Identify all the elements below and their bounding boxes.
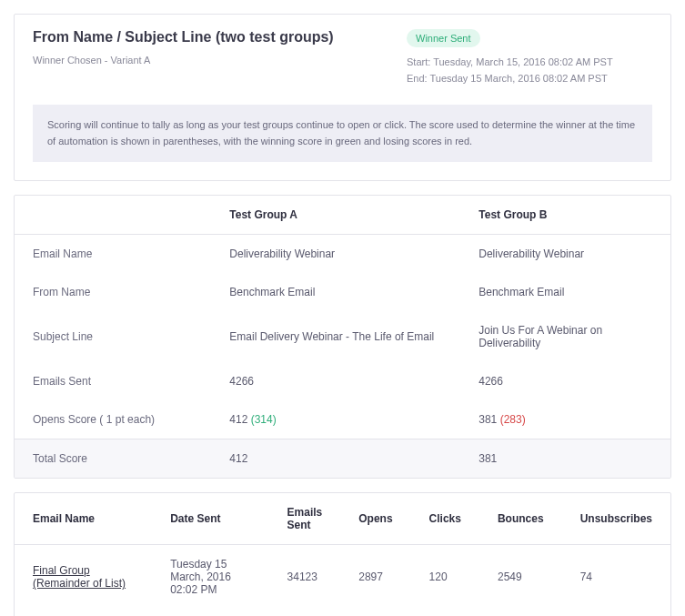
detail-name-cell: Final Group (Remainder of List): [15, 545, 152, 610]
detail-bounces: 310: [479, 609, 562, 616]
table-row: Emails Sent 4266 4266: [15, 362, 670, 400]
email-name-a: Deliverability Webinar: [211, 235, 460, 274]
row-label: Total Score: [15, 439, 211, 479]
detail-card: Email Name Date Sent Emails Sent Opens C…: [14, 492, 671, 616]
subject-line-a: Email Delivery Webinar - The Life of Ema…: [211, 311, 460, 362]
page-title: From Name / Subject Line (two test group…: [33, 29, 407, 45]
total-score-b: 381: [460, 439, 670, 479]
col-clicks: Clicks: [411, 493, 479, 545]
opens-score-b-paren: (283): [500, 413, 526, 426]
emails-sent-a: 4266: [211, 362, 460, 400]
detail-header-row: Email Name Date Sent Emails Sent Opens C…: [15, 493, 670, 545]
winner-chosen-text: Winner Chosen - Variant A: [33, 53, 407, 69]
compare-header-group-a: Test Group A: [211, 196, 460, 235]
opens-score-a-paren: (314): [251, 413, 277, 426]
col-bounces: Bounces: [479, 493, 562, 545]
from-name-a: Benchmark Email: [211, 273, 460, 311]
emails-sent-b: 4266: [460, 362, 670, 400]
detail-clicks: 120: [411, 545, 479, 610]
final-group-link[interactable]: Final Group (Remainder of List): [33, 564, 126, 590]
compare-table: Test Group A Test Group B Email Name Del…: [15, 196, 670, 478]
detail-clicks: 25: [411, 609, 479, 616]
summary-header-right: Winner Sent Start: Tuesday, March 15, 20…: [407, 29, 652, 86]
row-label: Emails Sent: [15, 362, 211, 400]
table-row: Subject Line Email Delivery Webinar - Th…: [15, 311, 670, 362]
table-row: Final Group (Remainder of List) Tuesday …: [15, 545, 670, 610]
detail-date: Tuesday 15 March, 2016 08:02 AM: [152, 609, 268, 616]
subject-line-b: Join Us For A Webinar on Deliverability: [460, 311, 670, 362]
email-name-b: Deliverability Webinar: [460, 235, 670, 274]
detail-bounces: 2549: [479, 545, 562, 610]
row-label: Email Name: [15, 235, 211, 274]
table-row: From Name Benchmark Email Benchmark Emai…: [15, 273, 670, 311]
scoring-notice: Scoring will continue to tally as long a…: [33, 105, 652, 162]
row-label: Opens Score ( 1 pt each): [15, 400, 211, 439]
detail-opens: 2897: [340, 545, 410, 610]
from-name-b: Benchmark Email: [460, 273, 670, 311]
detail-name-cell: Test Group A (Winner): [15, 609, 152, 616]
table-row: Test Group A (Winner) Tuesday 15 March, …: [15, 609, 670, 616]
detail-sent: 34123: [269, 545, 341, 610]
compare-card: Test Group A Test Group B Email Name Del…: [14, 195, 671, 479]
winner-sent-badge: Winner Sent: [407, 29, 480, 47]
ab-test-summary-card: From Name / Subject Line (two test group…: [14, 14, 671, 181]
total-score-row: Total Score 412 381: [15, 439, 670, 479]
opens-score-b-value: 381: [478, 413, 497, 426]
table-row: Email Name Deliverability Webinar Delive…: [15, 235, 670, 274]
compare-header-blank: [15, 196, 211, 235]
detail-table: Email Name Date Sent Emails Sent Opens C…: [15, 493, 670, 616]
row-label: Subject Line: [15, 311, 211, 362]
col-date-sent: Date Sent: [152, 493, 268, 545]
opens-score-a: 412 (314): [211, 400, 460, 439]
detail-unsubs: 74: [562, 545, 670, 610]
opens-score-b: 381 (283): [460, 400, 670, 439]
total-score-a: 412: [211, 439, 460, 479]
col-opens: Opens: [340, 493, 410, 545]
col-emails-sent: Emails Sent: [269, 493, 341, 545]
end-time: End: Tuesday 15 March, 2016 08:02 AM PST: [407, 71, 652, 87]
detail-unsubs: 10: [562, 609, 670, 616]
opens-score-a-value: 412: [229, 413, 247, 426]
detail-sent: 4266: [269, 609, 341, 616]
col-unsubscribes: Unsubscribes: [562, 493, 670, 545]
start-time: Start: Tuesday, March 15, 2016 08:02 AM …: [407, 55, 652, 71]
summary-header-left: From Name / Subject Line (two test group…: [33, 29, 407, 86]
detail-opens: 412: [340, 609, 410, 616]
col-email-name: Email Name: [15, 493, 152, 545]
detail-date: Tuesday 15 March, 2016 02:02 PM: [152, 545, 268, 610]
compare-header-group-b: Test Group B: [460, 196, 670, 235]
table-row: Opens Score ( 1 pt each) 412 (314) 381 (…: [15, 400, 670, 439]
row-label: From Name: [15, 273, 211, 311]
compare-header-row: Test Group A Test Group B: [15, 196, 670, 235]
summary-header: From Name / Subject Line (two test group…: [15, 15, 670, 96]
